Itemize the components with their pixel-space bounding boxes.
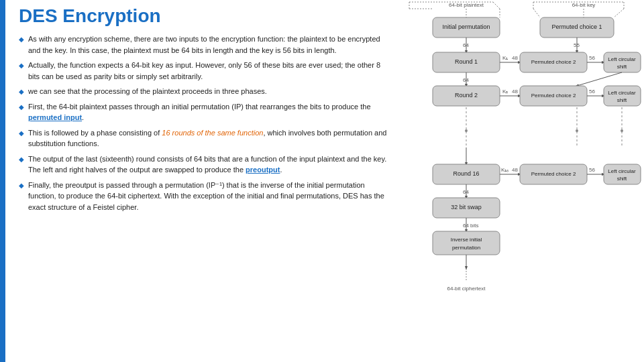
svg-point-22	[465, 129, 468, 132]
bullet-text-2: Actually, the function expects a 64-bit …	[28, 60, 388, 82]
iip-box-label1: Inverse initial	[451, 237, 482, 243]
bullet-text-3: we can see that the processing of the pl…	[28, 86, 267, 97]
page-title: DES Encryption	[19, 5, 388, 27]
bullet-diamond-7: ◆	[19, 182, 24, 189]
bits64-3: 64	[463, 189, 469, 195]
bullet-2: ◆ Actually, the function expects a 64-bi…	[19, 60, 388, 82]
bullet-7: ◆ Finally, the preoutput is passed throu…	[19, 180, 388, 213]
round16-box-label: Round 16	[453, 170, 479, 177]
bullet-1: ◆ As with any encryption scheme, there a…	[19, 34, 388, 56]
bullet-diamond-2: ◆	[19, 62, 24, 69]
iip-box-label2: permutation	[452, 245, 480, 251]
k1-label: K₁	[502, 55, 508, 61]
pc2-16-label: Permuted choice 2	[531, 171, 576, 177]
svg-line-40	[493, 2, 500, 9]
round2-box-label: Round 2	[455, 92, 478, 99]
diagram-area: 64-bit plaintext 64-bit key Initial perm…	[396, 0, 644, 362]
bullet-text-4: First, the 64-bit plaintext passes throu…	[28, 101, 388, 123]
bullet-diamond-3: ◆	[19, 88, 24, 95]
bits56-2: 56	[589, 88, 595, 95]
bullet-text-6: The output of the last (sixteenth) round…	[28, 154, 388, 176]
bits64-2: 64	[463, 77, 469, 83]
bullet-text-1: As with any encryption scheme, there are…	[28, 34, 388, 56]
bullet-diamond-1: ◆	[19, 36, 24, 43]
lcs1-label: Left circular	[608, 56, 636, 62]
bullet-diamond-5: ◆	[19, 129, 24, 137]
bits48-2: 48	[512, 88, 518, 95]
lcs1-label2: shift	[617, 64, 627, 70]
key-top-label: 64-bit key	[572, 2, 596, 8]
k16-label: K₁₆	[501, 167, 508, 173]
swap-box-label: 32 bit swap	[451, 204, 482, 210]
svg-line-45	[533, 9, 540, 17]
bullet-text-7: Finally, the preoutput is passed through…	[28, 180, 388, 213]
main-content: DES Encryption ◆ As with any encryption …	[12, 0, 394, 362]
bits55-1: 55	[574, 42, 580, 48]
pc1-box-label: Permuted choice 1	[551, 23, 602, 30]
ip-box-label: Initial permutation	[442, 23, 490, 30]
rounds-highlight: 16 rounds of the same function	[162, 129, 263, 137]
lcs2-label2: shift	[617, 97, 627, 103]
pc2-2-label: Permuted choice 2	[531, 93, 576, 99]
svg-point-23	[576, 129, 578, 132]
bits56-1: 56	[589, 55, 595, 61]
plaintext-top-label: 64-bit plaintext	[449, 2, 484, 8]
bullet-4: ◆ First, the 64-bit plaintext passes thr…	[19, 101, 388, 123]
k2-label: K₂	[502, 88, 508, 95]
svg-line-13	[577, 72, 622, 86]
bullet-3: ◆ we can see that the processing of the …	[19, 86, 388, 97]
bullet-diamond-4: ◆	[19, 103, 24, 111]
bits48-16: 48	[512, 167, 518, 173]
bullet-text-5: This is followed by a phase consisting o…	[28, 127, 388, 149]
round1-box-label: Round 1	[455, 58, 478, 65]
bullet-5: ◆ This is followed by a phase consisting…	[19, 127, 388, 149]
left-accent-bar	[0, 0, 5, 362]
svg-rect-34	[433, 231, 500, 255]
svg-line-46	[614, 9, 624, 17]
lcs16-label: Left circular	[608, 168, 636, 174]
bits64-4: 64 bits	[463, 223, 479, 229]
preoutput-highlight: preoutput	[246, 166, 280, 174]
ciphertext-label: 64-bit ciphertext	[447, 286, 486, 292]
bits48-1: 48	[512, 55, 518, 61]
bullet-diamond-6: ◆	[19, 156, 24, 163]
lcs16-label2: shift	[617, 176, 627, 182]
pc2-1-label: Permuted choice 2	[531, 59, 576, 65]
bits64-1: 64	[463, 42, 469, 48]
lcs2-label: Left circular	[608, 90, 636, 96]
permuted-input-highlight: permuted input	[28, 113, 82, 121]
bullet-6: ◆ The output of the last (sixteenth) rou…	[19, 154, 388, 176]
bits56-16: 56	[589, 167, 595, 173]
svg-point-24	[621, 129, 623, 132]
